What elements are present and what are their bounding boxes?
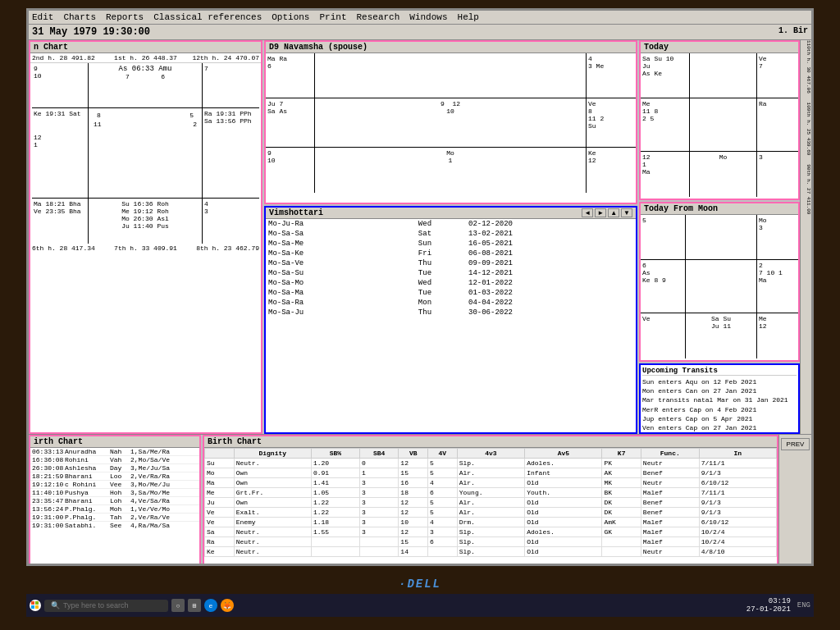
menu-item-print[interactable]: Print: [319, 12, 346, 22]
dell-logo: ·DELL: [0, 574, 840, 594]
table-row: VeEnemy1.183104Drm.OldAmKMalef6/10/12: [205, 518, 777, 527]
d9-title: D9 Navamsha (spouse): [266, 42, 636, 53]
vimshottari-title: Vimshottari: [269, 208, 323, 217]
menu-bar: Edit Charts Reports Classical references…: [29, 11, 811, 25]
table-header-row: Dignity SB% SB4 VB 4V 4v3 Av5 K7 Func. I…: [205, 449, 777, 459]
today-cell-tc: [690, 53, 757, 98]
list-item: 13:56:24P.Phalg.Moh1,Ve/Ve/Mo: [30, 505, 199, 514]
natal-row-2: Ke 19:31 Sat 12 1 8 5 11 2: [32, 108, 259, 199]
windows-logo: [31, 601, 39, 609]
menu-item-reports[interactable]: Reports: [106, 12, 144, 22]
transit-item: Sun enters Aqu on 12 Feb 2021: [642, 377, 797, 386]
svg-rect-0: [31, 601, 34, 605]
natal-cell-mr: Ra 19:31 PPh Sa 13:56 PPh: [203, 108, 259, 198]
list-item: 11:40:10PushyaHoh3,Sa/Mo/Me: [30, 489, 199, 497]
today-cell-br: 3: [757, 152, 798, 197]
side-bar-text: 110th h. 30 467.06 109th h. 25 439.69 90…: [800, 40, 811, 434]
today-cell-ml: Me 11 8 2 5: [641, 98, 690, 151]
moon-cell-mr: 2 7 10 1 Ma: [757, 260, 798, 313]
vimshottari-header: Vimshottari ◄ ► ▲ ▼: [266, 208, 636, 219]
natal-label-8th: 8th h. 23 462.79: [185, 244, 259, 252]
d9-grid: Ma Ra 6 4 3 Me Ju 7: [266, 53, 636, 193]
windows-icon[interactable]: [30, 600, 41, 611]
moon-cell-ml: 6 As Ke 8 9: [641, 260, 686, 313]
vimshottari-nav[interactable]: ◄ ► ▲ ▼: [582, 208, 632, 217]
charts-area: n Chart 2nd h. 28 491.82 1st h. 26 448.3…: [29, 40, 811, 434]
table-row: RaNeutr.156Slp.OldMalef10/2/4: [205, 537, 777, 547]
natal-label-2nd: 2nd h. 28 491.82: [32, 54, 106, 62]
d9-panel: D9 Navamsha (spouse) Ma Ra 6 4: [264, 40, 637, 204]
menu-item-classical[interactable]: Classical references: [153, 12, 262, 22]
d9-cell-mr: Ve 8 11 2 Su: [587, 98, 636, 147]
today-from-moon-panel: Today From Moon 5 Mo 3 6: [639, 202, 800, 362]
natal-bottom-labels: 6th h. 28 417.34 7th h. 33 409.91 8th h.…: [30, 244, 261, 253]
transit-item: Jup enters Cap on 5 Apr 2021: [642, 414, 797, 423]
vimshottari-down-btn[interactable]: ▼: [621, 208, 632, 217]
menu-item-edit[interactable]: Edit: [32, 12, 53, 22]
natal-cell-mc: 8 5 11 2: [89, 108, 203, 198]
table-row: KeNeutr.14Slp.OldNeutr4/8/10: [205, 547, 777, 557]
taskbar-date: 27-01-2021: [746, 605, 791, 614]
table-row: Mo-Sa-MoWed12-01-2022: [266, 278, 636, 288]
natal-chart-title: n Chart: [30, 42, 261, 53]
today-cell-mr: Ra: [757, 98, 798, 151]
list-item: 16:36:08RohiniVah2,Mo/Sa/Ve: [30, 456, 199, 464]
svg-rect-2: [31, 605, 34, 609]
prev-button[interactable]: PREV: [781, 438, 810, 450]
chart-number: 1. Bir: [778, 26, 808, 35]
table-row: Mo-Sa-RaMon04-04-2022: [266, 298, 636, 308]
taskbar-icon-task-view[interactable]: ⊞: [188, 599, 201, 612]
d9-cell-bl: 9 10: [266, 148, 315, 193]
svg-rect-3: [35, 605, 39, 609]
list-item: 26:30:08AshleshaDay3,Me/Ju/Sa: [30, 464, 199, 472]
natal-cell-bl: Ma 18:21 Bha Ve 23:35 Bha: [32, 199, 89, 244]
taskbar-lang: ENG: [797, 601, 810, 609]
title-bar: 31 May 1979 19:30:00 1. Bir: [29, 25, 811, 40]
table-row: MoOwn0.911155Alr.InfantAKBenef9/1/3: [205, 468, 777, 478]
menu-item-help[interactable]: Help: [458, 12, 479, 22]
table-row: Mo-Sa-MaTue01-03-2022: [266, 288, 636, 298]
today-from-moon-title: Today From Moon: [641, 203, 798, 215]
taskbar-icon-cortana[interactable]: ○: [171, 599, 185, 612]
birth-chart-planet-list: 06:33:13AnuradhaNah1,Sa/Me/Ra 16:36:08Ro…: [30, 448, 199, 529]
menu-item-options[interactable]: Options: [272, 12, 309, 22]
table-row: MaOwn1.413164Alr.OldMKNeutr6/10/12: [205, 478, 777, 488]
moon-cell-mc: [686, 260, 757, 313]
natal-label-12th: 12th h. 24 470.07: [185, 54, 259, 62]
natal-chart-grid: 9 10 As 06:33 Amu 7 6 7 Ke 19:31 Sat: [32, 63, 259, 244]
vimshottari-up-btn[interactable]: ▲: [608, 208, 619, 217]
search-input[interactable]: [63, 601, 162, 609]
vimshottari-fwd-btn[interactable]: ►: [595, 208, 606, 217]
menu-item-charts[interactable]: Charts: [63, 12, 96, 22]
upcoming-transits-title: Upcoming Transits: [642, 367, 797, 376]
table-row: Mo-Sa-JuThu30-06-2022: [266, 308, 636, 317]
upcoming-transits-list: Sun enters Aqu on 12 Feb 2021 Mon enters…: [642, 377, 797, 434]
transit-item: Mar transits natal Mar on 31 Jan 2021: [642, 395, 797, 404]
table-row: Mo-Sa-SaSat13-02-2021: [266, 229, 636, 239]
main-screen: Edit Charts Reports Classical references…: [26, 8, 814, 566]
natal-row-1: 9 10 As 06:33 Amu 7 6 7: [32, 63, 259, 108]
vimshottari-table: Mo-Ju-RaWed02-12-2020 Mo-Sa-SaSat13-02-2…: [266, 219, 636, 317]
d9-cell-bc: Mo 1: [315, 148, 587, 193]
bottom-area: irth Chart 06:33:13AnuradhaNah1,Sa/Me/Ra…: [29, 434, 811, 566]
taskbar-time: 03:19: [746, 597, 791, 605]
natal-cell-tr: 7: [203, 63, 259, 107]
vimshottari-prev-btn[interactable]: ◄: [582, 208, 593, 217]
taskbar: 🔍 ○ ⊞ e 🦊 03:19 27-01-2021 ENG: [26, 594, 814, 617]
d9-cell-tr: 4 3 Me: [587, 53, 636, 98]
moon-cell-tl: 5: [641, 215, 686, 259]
birth-chart-table: Dignity SB% SB4 VB 4V 4v3 Av5 K7 Func. I…: [204, 448, 777, 557]
moon-cell-tr: Mo 3: [757, 215, 798, 259]
transit-item: Ven enters Cap on 27 Jan 2021: [642, 423, 797, 432]
d9-cell-mc: 9 12 10: [315, 98, 587, 147]
list-item: 19:31:00Satabhi.See4,Ra/Ma/Sa: [30, 522, 199, 529]
search-bar[interactable]: 🔍: [44, 600, 168, 612]
menu-item-windows[interactable]: Windows: [409, 12, 447, 22]
natal-chart-panel: n Chart 2nd h. 28 491.82 1st h. 26 448.3…: [29, 40, 262, 434]
taskbar-icon-firefox[interactable]: 🦊: [221, 599, 234, 612]
menu-item-research[interactable]: Research: [357, 12, 400, 22]
taskbar-icon-edge[interactable]: e: [204, 599, 217, 612]
natal-label-6th: 6th h. 28 417.34: [32, 244, 106, 252]
table-row: Mo-Sa-VeThu09-09-2021: [266, 258, 636, 268]
today-panel: Today Sa Su 10 Ju As Ke Ve 7: [639, 40, 800, 200]
